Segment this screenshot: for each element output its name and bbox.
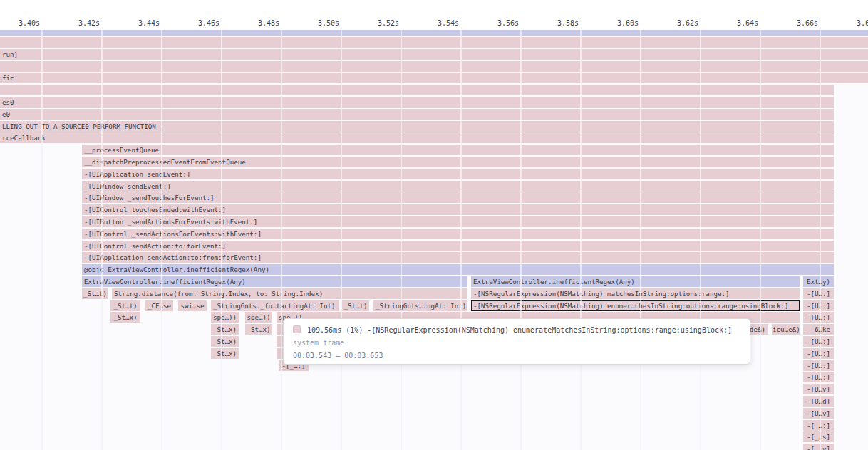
gridline-overlay bbox=[580, 30, 582, 450]
flame-row: fic bbox=[0, 73, 868, 83]
flame-row: _St…t)_CF…seswi…se_StringGuts._fo…tartin… bbox=[0, 300, 868, 311]
flame-bar[interactable]: icu…e&) bbox=[772, 324, 800, 335]
frame-tooltip: 109.56ms (1%) -[NSRegularExpression(NSMa… bbox=[283, 318, 750, 365]
flame-bar[interactable]: _St…x) bbox=[211, 324, 239, 335]
flame-bar[interactable]: _St…t) bbox=[82, 288, 108, 299]
flame-bar[interactable]: swi…se bbox=[178, 300, 207, 311]
flame-bar[interactable]: -[U…:] bbox=[803, 348, 834, 359]
flame-bar[interactable]: __processEventQueue bbox=[82, 145, 834, 155]
flame-row: -[_…:] bbox=[0, 420, 868, 431]
tick-label: 3.46s bbox=[170, 19, 219, 28]
tick-label: 3.52s bbox=[349, 19, 399, 28]
flame-chart-canvas[interactable]: run]fices0e0LLING_OUT_TO_A_SOURCE0_PERFO… bbox=[0, 30, 868, 450]
flame-bar[interactable]: __6…ke bbox=[803, 324, 834, 335]
flame-row: -[U…:] bbox=[0, 372, 868, 382]
flame-bar[interactable]: _St…x) bbox=[211, 336, 239, 347]
tooltip-frame-kind: system frame bbox=[293, 336, 740, 350]
flame-row bbox=[0, 37, 868, 48]
tooltip-color-swatch-icon bbox=[293, 325, 301, 333]
flame-row bbox=[0, 85, 868, 95]
flame-bar[interactable]: -[UIApplication sendAction:to:from:forEv… bbox=[82, 252, 834, 263]
tooltip-time-range: 00:03.543 — 00:03.653 bbox=[293, 350, 740, 363]
flame-bar[interactable]: @objc ExtraViewController.inefficientReg… bbox=[82, 264, 834, 275]
flame-bar[interactable]: _St…x) bbox=[245, 324, 272, 335]
tick-label: 3.60s bbox=[589, 19, 639, 28]
flame-bar[interactable]: -[_…:] bbox=[803, 420, 834, 431]
flame-bar[interactable]: fic bbox=[0, 73, 868, 83]
flame-bar[interactable]: -[_…s] bbox=[803, 431, 834, 442]
flame-bar[interactable]: -[U…:] bbox=[803, 372, 834, 382]
flame-bar[interactable]: _St…x) bbox=[211, 348, 239, 359]
flame-bar[interactable]: _CF…se bbox=[145, 300, 173, 311]
tick-label: 3.64s bbox=[708, 19, 758, 28]
flame-bar[interactable]: -[U…v] bbox=[803, 384, 834, 394]
flame-bar[interactable]: -[_…v] bbox=[803, 444, 834, 450]
tick-label: 3.44s bbox=[110, 19, 160, 28]
flame-bar[interactable]: spe…)) bbox=[245, 312, 272, 323]
flame-bar[interactable]: -[U…:] bbox=[803, 300, 834, 311]
flame-bar[interactable]: Ext…y) bbox=[803, 276, 834, 287]
flame-row: es0 bbox=[0, 97, 868, 108]
time-profiler-flame-chart: run]fices0e0LLING_OUT_TO_A_SOURCE0_PERFO… bbox=[0, 0, 868, 450]
flame-bar[interactable] bbox=[0, 85, 834, 95]
flame-bar[interactable]: _StringGuts…ingAt: Int) bbox=[373, 300, 467, 311]
flame-row bbox=[0, 30, 868, 36]
gridline-overlay bbox=[640, 30, 641, 450]
flame-row: -[UIControl _sendActionsForEvents:withEv… bbox=[0, 229, 868, 239]
gridline-overlay bbox=[281, 30, 282, 450]
gridline-overlay bbox=[520, 30, 522, 450]
flame-bar[interactable]: __dispatchPreprocessedEventFromEventQueu… bbox=[82, 157, 834, 167]
flame-row: e0 bbox=[0, 109, 868, 120]
flame-bar[interactable]: -[U…:] bbox=[803, 288, 834, 299]
flame-bar[interactable] bbox=[0, 37, 868, 48]
flame-bar[interactable]: -[U…v] bbox=[803, 408, 834, 419]
flame-row bbox=[0, 61, 868, 72]
flame-bar[interactable]: -[UIWindow _sendTouchesForEvent:] bbox=[82, 192, 834, 203]
flame-bar[interactable]: -[UIControl _sendActionsForEvents:withEv… bbox=[82, 229, 834, 239]
flame-bar[interactable]: ExtraViewController.inefficientRegex(Any… bbox=[82, 276, 467, 287]
flame-bar[interactable]: -[UIApplication sendEvent:] bbox=[82, 169, 834, 179]
flame-bar[interactable]: -[U…:] bbox=[803, 360, 834, 371]
flame-bar[interactable]: -[UIButton _sendActionsForEvents:withEve… bbox=[82, 216, 834, 227]
time-axis-ruler[interactable]: 3.40s3.42s3.44s3.46s3.48s3.50s3.52s3.54s… bbox=[0, 0, 868, 30]
flame-bar[interactable]: -[UIControl touchesEnded:withEvent:] bbox=[82, 204, 834, 215]
flame-bar[interactable]: es0 bbox=[0, 97, 834, 108]
flame-bar[interactable]: -[U…d] bbox=[803, 396, 834, 407]
flame-bar[interactable]: run] bbox=[0, 49, 868, 60]
gridline-overlay bbox=[820, 30, 821, 450]
tooltip-title-line: 109.56ms (1%) -[NSRegularExpression(NSMa… bbox=[293, 325, 740, 336]
flame-row: __processEventQueue bbox=[0, 145, 868, 155]
flame-row: -[UIApplication sendEvent:] bbox=[0, 169, 868, 179]
flame-row: -[UIButton _sendActionsForEvents:withEve… bbox=[0, 216, 868, 227]
flame-bar[interactable]: String.distance(from: String.Index, to: … bbox=[112, 288, 467, 299]
flame-bar[interactable]: _StringGuts._fo…tartingAt: Int) bbox=[211, 300, 339, 311]
flame-row: -[_…v] bbox=[0, 444, 868, 450]
flame-bar[interactable]: -[UIWindow sendEvent:] bbox=[82, 181, 834, 192]
flame-bar[interactable]: spe…)) bbox=[211, 312, 239, 323]
tick-label: 3.66s bbox=[768, 19, 818, 28]
flame-bar[interactable]: -[U…:] bbox=[803, 312, 834, 323]
flame-bar[interactable]: _St…x) bbox=[110, 312, 140, 323]
flame-bar[interactable]: -[UIControl sendAction:to:forEvent:] bbox=[82, 241, 834, 251]
tick-label: 3.68s bbox=[828, 19, 868, 28]
tick-label: 3.42s bbox=[50, 19, 100, 28]
flame-bar[interactable]: -[U…:] bbox=[803, 336, 834, 347]
flame-bar[interactable]: _St…t) bbox=[110, 300, 140, 311]
flame-bar[interactable]: e0 bbox=[0, 109, 834, 120]
tick-label: 3.54s bbox=[409, 19, 459, 28]
gridline-overlay bbox=[760, 30, 761, 450]
flame-row: ExtraViewController.inefficientRegex(Any… bbox=[0, 276, 868, 287]
tick-label: 3.50s bbox=[289, 19, 339, 28]
flame-bar[interactable]: rceCallback bbox=[0, 132, 834, 143]
flame-row: run] bbox=[0, 49, 868, 60]
flame-bar[interactable] bbox=[0, 30, 868, 36]
gridline-overlay bbox=[41, 30, 43, 450]
flame-bar[interactable]: _St…t) bbox=[342, 300, 369, 311]
flame-bar[interactable] bbox=[0, 61, 868, 72]
tooltip-title: 109.56ms (1%) -[NSRegularExpression(NSMa… bbox=[307, 326, 732, 334]
flame-row: -[_…s] bbox=[0, 431, 868, 442]
tick-label: 3.62s bbox=[649, 19, 698, 28]
flame-bar[interactable]: LLING_OUT_TO_A_SOURCE0_PERFORM_FUNCTION_… bbox=[0, 121, 834, 132]
flame-row: -[U…v] bbox=[0, 384, 868, 394]
gridline-overlay bbox=[700, 30, 701, 450]
